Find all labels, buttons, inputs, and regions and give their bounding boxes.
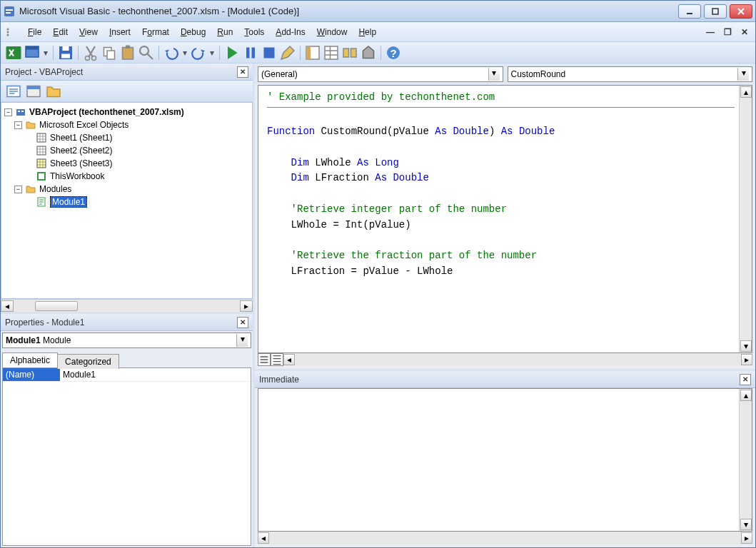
break-button[interactable] <box>242 44 259 61</box>
code-keyword: As Double <box>435 126 489 137</box>
scroll-left-icon[interactable]: ◂ <box>1 300 14 312</box>
code-keyword: As Long <box>357 157 399 168</box>
menu-addins[interactable]: Add-Ins <box>270 25 311 39</box>
run-button[interactable] <box>223 44 241 61</box>
scroll-right-icon[interactable]: ▸ <box>240 300 253 312</box>
tree-thisworkbook[interactable]: ThisWorkbook <box>4 170 249 183</box>
code-comment: 'Retrieve the fraction part of the numbe… <box>291 250 537 261</box>
properties-object-combo[interactable]: Module1 Module ▾ <box>2 333 251 348</box>
chevron-down-icon[interactable]: ▾ <box>737 68 749 81</box>
procedure-view-button[interactable] <box>258 353 271 366</box>
menu-format[interactable]: Format <box>136 25 175 39</box>
view-object-button[interactable] <box>25 83 42 100</box>
project-tree[interactable]: − VBAProject (techonthenet_2007.xlsm) − … <box>1 102 253 299</box>
tab-categorized[interactable]: Categorized <box>57 354 119 369</box>
immediate-hscrollbar[interactable]: ◂ ▸ <box>258 532 752 544</box>
mdi-minimize-button[interactable]: — <box>704 26 717 38</box>
object-browser-button[interactable] <box>341 44 358 61</box>
tree-label: Sheet1 (Sheet1) <box>50 133 112 143</box>
view-excel-button[interactable] <box>5 44 22 61</box>
project-hscrollbar[interactable]: ◂ ▸ <box>1 299 253 312</box>
scroll-up-icon[interactable]: ▴ <box>740 390 752 401</box>
tab-alphabetic[interactable]: Alphabetic <box>2 352 58 367</box>
tree-modules[interactable]: − Modules <box>4 183 249 196</box>
redo-dropdown[interactable]: ▾ <box>208 48 216 58</box>
code-procedure-combo[interactable]: CustomRound ▾ <box>508 66 753 82</box>
scroll-up-icon[interactable]: ▴ <box>740 86 752 98</box>
save-button[interactable] <box>57 44 74 61</box>
menu-run[interactable]: Run <box>211 25 238 39</box>
paste-button[interactable] <box>119 44 136 61</box>
collapse-icon[interactable]: − <box>4 108 12 116</box>
menu-file[interactable]: File <box>22 25 47 39</box>
tree-excel-objects[interactable]: − Microsoft Excel Objects <box>4 118 249 131</box>
tree-sheet3[interactable]: Sheet3 (Sheet3) <box>4 157 249 170</box>
full-module-view-button[interactable] <box>271 353 283 366</box>
code-vscrollbar[interactable]: ▴ ▾ <box>739 86 752 352</box>
insert-dropdown[interactable]: ▾ <box>42 48 49 58</box>
menu-view[interactable]: View <box>74 25 104 39</box>
code-editor[interactable]: ' Example provided by techonthenet.com F… <box>258 86 739 352</box>
code-object-combo[interactable]: (General) ▾ <box>258 66 503 82</box>
mdi-restore-button[interactable]: ❐ <box>721 26 734 38</box>
properties-panel-close-button[interactable]: ✕ <box>237 317 248 328</box>
immediate-panel-close-button[interactable]: ✕ <box>740 374 751 385</box>
collapse-icon[interactable]: − <box>14 186 22 193</box>
copy-button[interactable] <box>101 44 118 61</box>
find-button[interactable] <box>138 44 155 61</box>
immediate-textarea[interactable] <box>258 389 739 531</box>
chevron-down-icon[interactable]: ▾ <box>236 334 248 347</box>
toggle-folders-button[interactable] <box>45 83 62 100</box>
scroll-right-icon[interactable]: ▸ <box>741 354 752 365</box>
svg-rect-3 <box>687 13 692 14</box>
tree-root[interactable]: − VBAProject (techonthenet_2007.xlsm) <box>4 106 249 118</box>
undo-button[interactable] <box>163 44 180 61</box>
reset-button[interactable] <box>261 44 278 61</box>
menu-tools[interactable]: Tools <box>238 25 270 39</box>
property-row[interactable]: (Name) Module1 <box>3 368 251 382</box>
chevron-down-icon[interactable]: ▾ <box>488 68 500 81</box>
properties-grid[interactable]: (Name) Module1 <box>2 367 251 546</box>
tree-sheet1[interactable]: Sheet1 (Sheet1) <box>4 131 249 144</box>
window-title: Microsoft Visual Basic - techonthenet_20… <box>19 6 678 16</box>
collapse-icon[interactable]: − <box>14 121 22 129</box>
worksheet-icon <box>36 132 47 143</box>
undo-dropdown[interactable]: ▾ <box>181 48 188 58</box>
scroll-right-icon[interactable]: ▸ <box>741 532 752 544</box>
tree-sheet2[interactable]: Sheet2 (Sheet2) <box>4 144 249 157</box>
insert-userform-button[interactable] <box>24 44 41 61</box>
menu-help[interactable]: Help <box>353 25 382 39</box>
immediate-vscrollbar[interactable]: ▴ ▾ <box>739 389 752 531</box>
help-button[interactable]: ? <box>385 44 402 61</box>
immediate-panel-title: Immediate <box>259 375 740 385</box>
svg-rect-19 <box>126 45 130 49</box>
design-mode-button[interactable] <box>279 44 296 61</box>
tree-module1[interactable]: Module1 <box>4 196 249 208</box>
code-hscrollbar[interactable]: ◂ ▸ <box>283 353 752 366</box>
scroll-left-icon[interactable]: ◂ <box>258 532 269 544</box>
svg-rect-37 <box>37 133 46 142</box>
properties-window-button[interactable] <box>323 44 340 61</box>
redo-button[interactable] <box>190 44 207 61</box>
menu-window[interactable]: Window <box>311 25 353 39</box>
close-button[interactable] <box>730 4 752 19</box>
svg-rect-22 <box>252 47 256 58</box>
app-icon <box>4 6 15 17</box>
scroll-left-icon[interactable]: ◂ <box>283 354 295 365</box>
cut-button[interactable] <box>82 44 99 61</box>
toolbox-button[interactable] <box>360 44 377 61</box>
menu-edit[interactable]: Edit <box>47 25 74 39</box>
minimize-button[interactable] <box>678 4 701 19</box>
project-panel-close-button[interactable]: ✕ <box>237 66 248 78</box>
svg-rect-12 <box>63 46 69 51</box>
project-explorer-button[interactable] <box>304 44 321 61</box>
scroll-down-icon[interactable]: ▾ <box>740 340 752 352</box>
view-code-button[interactable] <box>5 83 22 100</box>
scroll-thumb[interactable] <box>35 301 78 311</box>
property-value-cell[interactable]: Module1 <box>60 368 251 381</box>
scroll-down-icon[interactable]: ▾ <box>740 519 752 530</box>
menu-debug[interactable]: Debug <box>175 25 211 39</box>
maximize-button[interactable] <box>704 4 727 19</box>
menu-insert[interactable]: Insert <box>104 25 136 39</box>
mdi-close-button[interactable]: ✕ <box>738 26 751 38</box>
